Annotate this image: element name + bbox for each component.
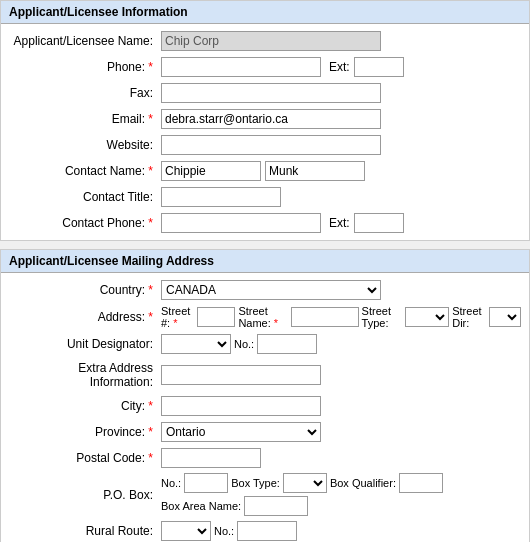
phone-label: Phone: * — [1, 58, 161, 76]
fax-label: Fax: — [1, 84, 161, 102]
email-required-indicator: * — [148, 112, 153, 126]
postal-label: Postal Code: * — [1, 449, 161, 467]
phone-input[interactable] — [161, 57, 321, 77]
unit-no-label: No.: — [234, 338, 254, 350]
street-dir-label: Street Dir: — [452, 305, 486, 329]
extra-address-input[interactable] — [161, 365, 321, 385]
phone-ext-label: Ext: — [329, 60, 350, 74]
street-num-input[interactable] — [197, 307, 235, 327]
street-dir-select[interactable] — [489, 307, 521, 327]
phone-ext-input[interactable] — [354, 57, 404, 77]
po-qualifier-label: Box Qualifier: — [330, 477, 396, 489]
address-required-indicator: * — [148, 310, 153, 324]
rural-route-select[interactable] — [161, 521, 211, 541]
section2-header: Applicant/Licensee Mailing Address — [1, 250, 529, 273]
country-select[interactable]: CANADA USA OTHER — [161, 280, 381, 300]
website-label: Website: — [1, 136, 161, 154]
contact-phone-required-indicator: * — [148, 216, 153, 230]
po-area-input[interactable] — [244, 496, 308, 516]
website-input[interactable] — [161, 135, 381, 155]
contact-phone-input[interactable] — [161, 213, 321, 233]
section1-header: Applicant/Licensee Information — [1, 1, 529, 24]
applicant-name-input[interactable] — [161, 31, 381, 51]
fax-input[interactable] — [161, 83, 381, 103]
po-qualifier-input[interactable] — [399, 473, 443, 493]
street-type-label: Street Type: — [362, 305, 402, 329]
contact-title-label: Contact Title: — [1, 188, 161, 206]
contact-phone-label: Contact Phone: * — [1, 214, 161, 232]
po-box-type-label: Box Type: — [231, 477, 280, 489]
city-required-indicator: * — [148, 399, 153, 413]
street-name-input[interactable] — [291, 307, 359, 327]
name-label: Applicant/Licensee Name: — [1, 32, 161, 50]
po-box-type-select[interactable] — [283, 473, 327, 493]
postal-required-indicator: * — [148, 451, 153, 465]
unit-designator-select[interactable] — [161, 334, 231, 354]
rural-label: Rural Route: — [1, 522, 161, 540]
rural-no-input[interactable] — [237, 521, 297, 541]
country-required-indicator: * — [148, 283, 153, 297]
street-type-select[interactable] — [405, 307, 449, 327]
extra-address-label: Extra AddressInformation: — [1, 359, 161, 391]
street-name-label: Street Name: * — [238, 305, 287, 329]
province-label: Province: * — [1, 423, 161, 441]
contact-name-required-indicator: * — [148, 164, 153, 178]
city-input[interactable] — [161, 396, 321, 416]
rural-no-label: No.: — [214, 525, 234, 537]
postal-input[interactable] — [161, 448, 261, 468]
unit-no-input[interactable] — [257, 334, 317, 354]
unit-label: Unit Designator: — [1, 335, 161, 353]
contact-last-input[interactable] — [265, 161, 365, 181]
po-no-label: No.: — [161, 477, 181, 489]
contact-title-input[interactable] — [161, 187, 281, 207]
po-box-label: P.O. Box: — [1, 486, 161, 504]
email-label: Email: * — [1, 110, 161, 128]
province-required-indicator: * — [148, 425, 153, 439]
contact-ext-input[interactable] — [354, 213, 404, 233]
street-num-label: Street #: * — [161, 305, 194, 329]
phone-required-indicator: * — [148, 60, 153, 74]
address-label: Address: * — [1, 308, 161, 326]
city-label: City: * — [1, 397, 161, 415]
contact-first-input[interactable] — [161, 161, 261, 181]
province-select[interactable]: Ontario Alberta British Columbia Manitob… — [161, 422, 321, 442]
contact-ext-label: Ext: — [329, 216, 350, 230]
country-label: Country: * — [1, 281, 161, 299]
email-input[interactable] — [161, 109, 381, 129]
po-area-label: Box Area Name: — [161, 500, 241, 512]
po-no-input[interactable] — [184, 473, 228, 493]
contact-name-label: Contact Name: * — [1, 162, 161, 180]
